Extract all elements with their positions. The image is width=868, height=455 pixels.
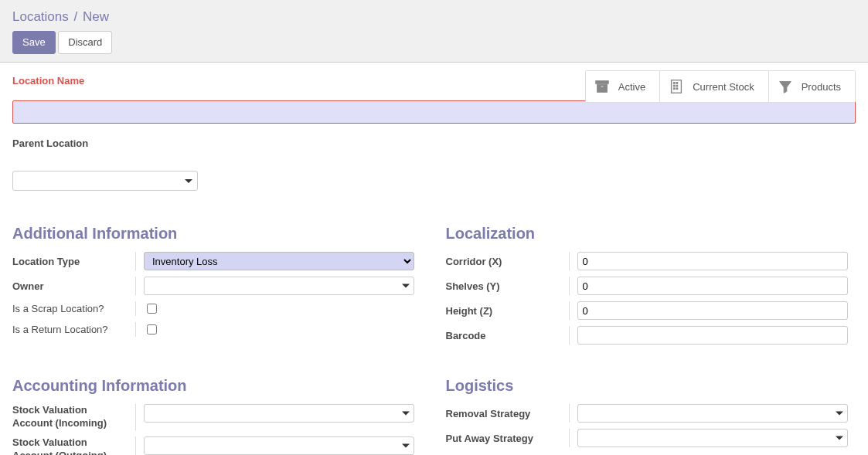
localization-section: Localization Corridor (X) Shelves (Y) He… [446,225,856,351]
location-type-label: Location Type [12,252,136,270]
logistics-section: Logistics Removal Strategy Put Away Stra… [446,377,856,455]
caret-down-icon [402,284,410,288]
putaway-label: Put Away Strategy [446,429,570,447]
corridor-label: Corridor (X) [446,252,570,270]
caret-down-icon [402,443,410,447]
breadcrumb-root[interactable]: Locations [12,9,69,24]
barcode-label: Barcode [446,326,570,345]
caret-down-icon [836,436,843,440]
outgoing-label: Stock Valuation Account (Outgoing) [12,436,136,455]
svg-rect-8 [674,88,676,90]
return-checkbox[interactable] [147,324,157,334]
scrap-checkbox[interactable] [147,304,157,314]
breadcrumb: Locations / New [12,9,856,25]
putaway-select[interactable] [577,429,848,447]
logistics-title: Logistics [446,377,856,395]
stat-bar: Active Current Stock Products [585,70,856,103]
form-content: Active Current Stock Products Location N… [0,63,868,455]
stat-active-label: Active [618,81,645,93]
location-name-label: Location Name [12,75,84,87]
owner-label: Owner [12,277,136,295]
removal-select[interactable] [577,404,848,423]
building-icon [668,78,685,95]
svg-rect-5 [676,83,678,84]
stat-current-stock-button[interactable]: Current Stock [660,71,768,102]
height-label: Height (Z) [446,301,570,320]
parent-location-label: Parent Location [12,138,856,149]
additional-info-section: Additional Information Location Type Inv… [12,225,423,351]
owner-select[interactable] [144,277,414,295]
svg-rect-7 [676,85,678,87]
top-bar: Locations / New Save Discard [0,0,868,63]
stat-current-stock-label: Current Stock [693,81,754,93]
discard-button[interactable]: Discard [58,31,112,54]
stat-products-label: Products [802,81,841,93]
additional-info-title: Additional Information [12,225,423,243]
breadcrumb-sep: / [74,9,78,24]
filter-icon [777,78,794,95]
height-input[interactable] [577,301,848,320]
svg-rect-4 [674,83,676,84]
breadcrumb-current: New [83,9,109,24]
shelves-label: Shelves (Y) [446,277,570,295]
svg-rect-6 [674,85,676,87]
stat-active-button[interactable]: Active [586,71,660,102]
stat-products-button[interactable]: Products [769,71,855,102]
incoming-label: Stock Valuation Account (Incoming) [12,404,136,430]
return-label: Is a Return Location? [12,322,136,337]
removal-label: Removal Strategy [446,404,570,423]
incoming-select[interactable] [144,404,414,423]
shelves-input[interactable] [577,277,848,295]
save-button[interactable]: Save [12,31,56,54]
caret-down-icon [185,179,192,183]
corridor-input[interactable] [577,252,848,270]
svg-rect-0 [596,81,609,84]
caret-down-icon [836,412,843,416]
location-type-select[interactable]: Inventory Loss [144,252,414,270]
parent-location-select[interactable] [12,171,198,191]
outgoing-select[interactable] [144,436,414,455]
location-name-input[interactable] [12,100,856,124]
svg-rect-2 [601,86,604,87]
archive-icon [594,78,611,95]
accounting-section: Accounting Information Stock Valuation A… [12,377,423,455]
localization-title: Localization [446,225,856,243]
scrap-label: Is a Scrap Location? [12,301,136,316]
svg-rect-9 [676,88,678,90]
barcode-input[interactable] [577,326,848,345]
accounting-title: Accounting Information [12,377,423,395]
caret-down-icon [402,412,410,416]
